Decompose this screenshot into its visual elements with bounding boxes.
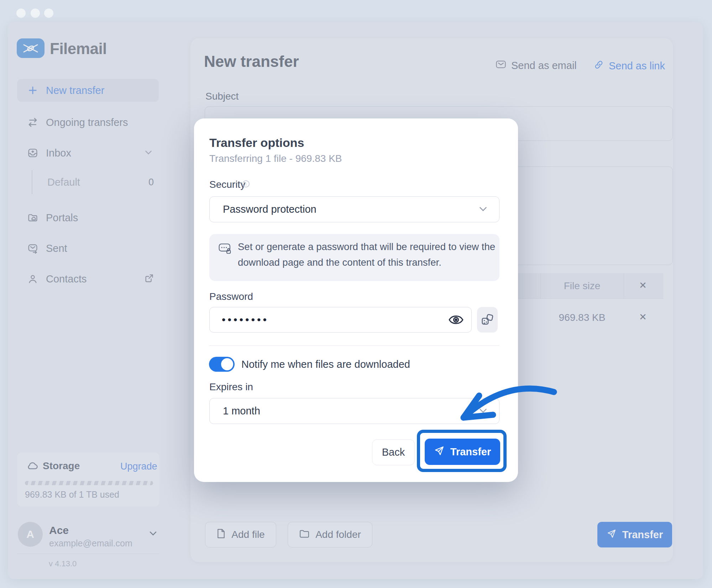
notify-toggle[interactable] <box>209 357 235 372</box>
modal-transfer-label: Transfer <box>450 446 491 458</box>
window-control-dot[interactable] <box>31 9 40 18</box>
back-button[interactable]: Back <box>372 439 415 465</box>
chevron-down-icon <box>477 404 489 418</box>
toggle-knob <box>221 358 233 370</box>
notify-toggle-label: Notify me when files are downloaded <box>241 359 410 370</box>
expires-in-label: Expires in <box>209 381 253 393</box>
security-select-value: Password protection <box>223 203 316 215</box>
modal-subtitle: Transferring 1 file - 969.83 KB <box>209 153 342 164</box>
modal-transfer-button[interactable]: Transfer <box>425 439 500 465</box>
info-icon: i <box>242 180 250 187</box>
show-password-eye-icon[interactable] <box>448 313 464 328</box>
password-label: Password <box>209 291 253 302</box>
password-input[interactable] <box>209 307 472 333</box>
divider <box>209 345 499 346</box>
generate-password-dice-button[interactable] <box>477 307 498 333</box>
chevron-down-icon <box>477 203 489 216</box>
expires-select-value: 1 month <box>223 405 260 417</box>
window-control-dot[interactable] <box>44 9 53 18</box>
security-select[interactable]: Password protection <box>209 196 499 222</box>
paper-plane-icon <box>434 445 445 459</box>
app-screen: Filemail New transfer Ongoing transfers … <box>0 0 712 588</box>
password-info-text: Set or generate a password that will be … <box>238 239 496 270</box>
window-control-dot[interactable] <box>16 9 26 18</box>
expires-select[interactable]: 1 month <box>209 398 499 424</box>
modal-title: Transfer options <box>209 136 304 150</box>
security-label: Security <box>209 179 245 190</box>
password-hint-icon <box>218 243 232 256</box>
